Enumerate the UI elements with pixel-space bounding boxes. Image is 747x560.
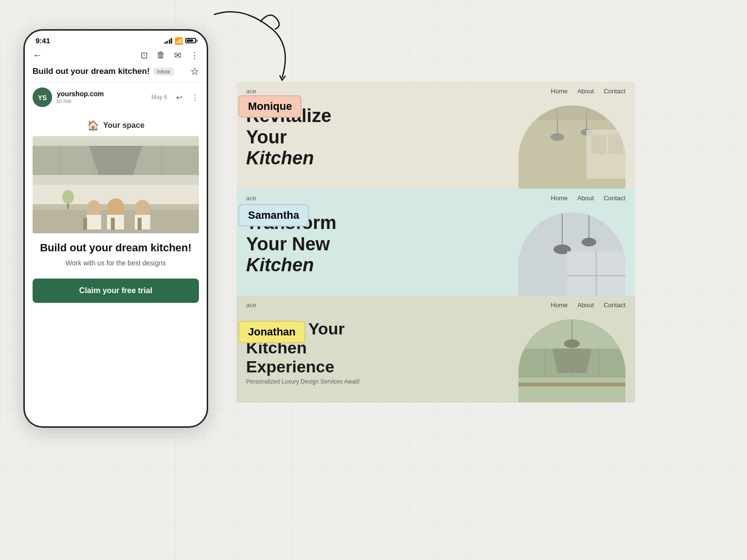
email-toolbar: ← ⊡ 🗑 ✉ ⋮ [25,48,207,65]
svg-text:YS: YS [38,94,47,102]
site-brand-3: ace [246,301,551,309]
site-image-2 [518,212,625,296]
reply-icon[interactable]: ↩ [176,93,182,102]
badge-samantha: Samantha [238,204,309,227]
svg-rect-16 [135,215,150,229]
nav-about-2[interactable]: About [577,194,594,202]
sender-row: YS yourshop.com to me May 6 ↩ ⋮ [25,83,207,112]
email-more-icon[interactable]: ⋮ [191,93,199,102]
back-icon[interactable]: ← [33,50,42,61]
previews-container: ace Home About Contact RevitalizeYourKit… [236,82,635,402]
nav-home-3[interactable]: Home [551,301,568,309]
svg-point-24 [551,133,564,141]
email-title: Build out your dream kitchen! [25,233,207,257]
nav-about-3[interactable]: About [577,301,594,309]
sender-to: to me [57,98,146,105]
site-image-1 [518,105,625,189]
email-subtitle: Work with us for the best designs [25,257,207,275]
email-body: 🏠 Your space [25,112,207,426]
svg-rect-27 [538,105,606,120]
inbox-badge: Inbox [154,68,174,75]
cta-button[interactable]: Claim your free trial [33,279,199,303]
svg-rect-44 [518,383,625,386]
star-icon[interactable]: ☆ [190,66,199,77]
site-image-3 [518,319,625,402]
wifi-icon: 📶 [175,37,183,45]
site-nav-links-2: Home About Contact [551,194,625,202]
signal-icon [164,38,173,44]
svg-point-46 [564,339,580,348]
badge-jonathan: Jonathan [238,321,305,343]
nav-about-1[interactable]: About [577,88,594,95]
email-subject: Build out your dream kitchen! Inbox ☆ [33,66,199,77]
logo-icon: 🏠 [87,120,99,131]
svg-rect-21 [138,218,142,230]
email-date: May 6 [151,94,167,101]
status-time: 9:41 [36,36,50,45]
nav-home-2[interactable]: Home [551,194,568,202]
site-nav-links-3: Home About Contact [551,301,625,309]
site-brand-1: ace [246,88,551,95]
site-brand-2: ace [246,194,551,202]
more-options-icon[interactable]: ⋮ [190,50,199,61]
badge-monique: Monique [238,95,302,118]
svg-rect-30 [608,135,623,154]
site-nav-3: ace Home About Contact [236,296,635,315]
site-nav-links-1: Home About Contact [551,88,625,95]
logo-text: Your space [103,121,144,130]
svg-rect-20 [111,218,115,230]
nav-home-1[interactable]: Home [551,88,568,95]
phone-frame: 9:41 📶 ← ⊡ 🗑 ✉ ⋮ [23,29,208,428]
sender-info: yourshop.com to me [57,90,146,105]
status-icons: 📶 [164,37,196,45]
svg-point-18 [62,190,74,204]
site-subtext-3: Personalized Luxury Design Services Awai… [246,376,509,387]
svg-rect-12 [87,215,101,229]
status-bar: 9:41 📶 [25,31,207,48]
svg-rect-14 [107,215,124,229]
sender-name: yourshop.com [57,90,146,98]
svg-rect-29 [591,135,606,154]
email-header: Build out your dream kitchen! Inbox ☆ [25,65,207,83]
kitchen-image [33,136,199,233]
nav-contact-2[interactable]: Contact [604,194,625,202]
site-preview-3: ace Home About Contact Elevate YourKitch… [236,296,635,402]
phone-mockup: 9:41 📶 ← ⊡ 🗑 ✉ ⋮ [23,29,208,467]
svg-rect-19 [83,218,87,230]
battery-icon [185,38,196,43]
mail-icon[interactable]: ✉ [174,50,181,61]
nav-contact-1[interactable]: Contact [604,88,625,95]
trash-icon[interactable]: 🗑 [157,50,165,60]
nav-contact-3[interactable]: Contact [604,301,625,309]
sender-avatar: YS [33,88,52,107]
svg-point-35 [582,238,596,246]
archive-icon[interactable]: ⊡ [141,50,148,61]
email-logo-row: 🏠 Your space [25,112,207,136]
